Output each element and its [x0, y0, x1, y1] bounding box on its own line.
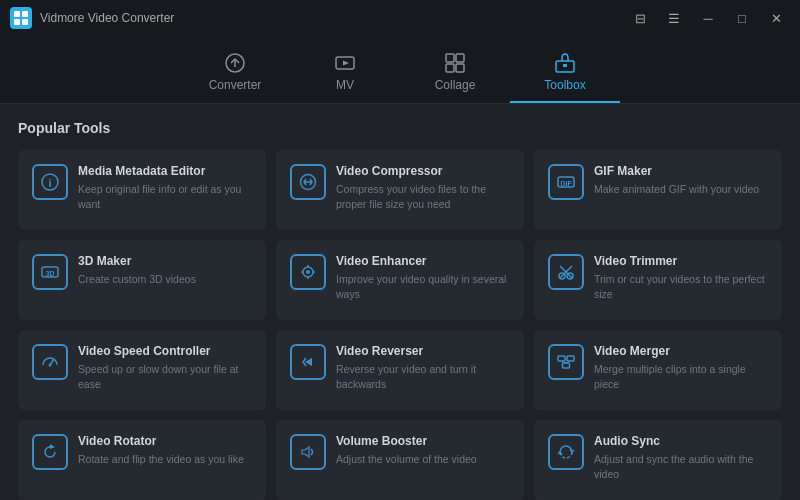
tool-card-video-speed-controller[interactable]: Video Speed Controller Speed up or slow … — [18, 330, 266, 410]
subtitle-button[interactable]: ⊟ — [626, 7, 654, 29]
tool-card-inner: i Media Metadata Editor Keep original fi… — [32, 164, 252, 211]
tab-toolbox-label: Toolbox — [544, 78, 585, 92]
tool-icon-enhancer — [290, 254, 326, 290]
collage-icon — [444, 52, 466, 74]
svg-rect-27 — [567, 356, 574, 361]
titlebar-controls: ⊟ ☰ ─ □ ✕ — [626, 7, 790, 29]
tool-icon-3d: 3D — [32, 254, 68, 290]
tools-grid: i Media Metadata Editor Keep original fi… — [18, 150, 782, 500]
svg-text:GIF: GIF — [560, 180, 572, 187]
tool-card-gif-maker[interactable]: GIF GIF Maker Make animated GIF with you… — [534, 150, 782, 230]
tool-text: GIF Maker Make animated GIF with your vi… — [594, 164, 759, 197]
tool-icon-info: i — [32, 164, 68, 200]
tool-icon-rotate — [32, 434, 68, 470]
tool-desc: Keep original file info or edit as you w… — [78, 182, 252, 211]
tool-desc: Improve your video quality in several wa… — [336, 272, 510, 301]
tab-toolbox[interactable]: Toolbox — [510, 43, 620, 103]
tool-card-3d-maker[interactable]: 3D 3D Maker Create custom 3D videos — [18, 240, 266, 320]
tool-icon-volume — [290, 434, 326, 470]
svg-text:3D: 3D — [46, 270, 55, 277]
section-title: Popular Tools — [18, 120, 782, 136]
svg-rect-3 — [14, 19, 20, 25]
tool-card-inner: Volume Booster Adjust the volume of the … — [290, 434, 510, 470]
tool-desc: Reverse your video and turn it backwards — [336, 362, 510, 391]
tool-icon-trim — [548, 254, 584, 290]
tool-name: Video Compressor — [336, 164, 510, 178]
svg-rect-4 — [22, 19, 28, 25]
nav-tabs: Converter MV Collage — [0, 36, 800, 104]
tool-card-video-reverser[interactable]: Video Reverser Reverse your video and tu… — [276, 330, 524, 410]
tab-mv-label: MV — [336, 78, 354, 92]
svg-rect-26 — [558, 356, 565, 361]
tool-card-volume-booster[interactable]: Volume Booster Adjust the volume of the … — [276, 420, 524, 500]
tool-card-inner: Video Enhancer Improve your video qualit… — [290, 254, 510, 301]
tool-name: Video Reverser — [336, 344, 510, 358]
tool-name: Video Speed Controller — [78, 344, 252, 358]
tool-text: Video Reverser Reverse your video and tu… — [336, 344, 510, 391]
tool-name: Media Metadata Editor — [78, 164, 252, 178]
tool-card-video-compressor[interactable]: Video Compressor Compress your video fil… — [276, 150, 524, 230]
svg-point-25 — [49, 364, 52, 367]
tab-converter-label: Converter — [209, 78, 262, 92]
tool-card-inner: Video Merger Merge multiple clips into a… — [548, 344, 768, 391]
tool-card-video-trimmer[interactable]: Video Trimmer Trim or cut your videos to… — [534, 240, 782, 320]
tool-icon-gif: GIF — [548, 164, 584, 200]
tool-desc: Make animated GIF with your video — [594, 182, 759, 197]
toolbox-icon — [554, 52, 576, 74]
tool-text: 3D Maker Create custom 3D videos — [78, 254, 196, 287]
tool-card-video-merger[interactable]: Video Merger Merge multiple clips into a… — [534, 330, 782, 410]
app-title: Vidmore Video Converter — [40, 11, 174, 25]
app-logo-icon — [10, 7, 32, 29]
tab-converter[interactable]: Converter — [180, 43, 290, 103]
tool-card-audio-sync[interactable]: Audio Sync Adjust and sync the audio wit… — [534, 420, 782, 500]
tool-desc: Compress your video files to the proper … — [336, 182, 510, 211]
titlebar: Vidmore Video Converter ⊟ ☰ ─ □ ✕ — [0, 0, 800, 36]
svg-rect-1 — [14, 11, 20, 17]
minimize-button[interactable]: ─ — [694, 7, 722, 29]
tool-desc: Create custom 3D videos — [78, 272, 196, 287]
titlebar-left: Vidmore Video Converter — [10, 7, 174, 29]
svg-rect-7 — [446, 54, 454, 62]
tool-desc: Adjust and sync the audio with the video — [594, 452, 768, 481]
svg-rect-28 — [563, 363, 570, 368]
tool-card-inner: GIF GIF Maker Make animated GIF with you… — [548, 164, 768, 200]
tool-icon-sync — [548, 434, 584, 470]
tool-name: 3D Maker — [78, 254, 196, 268]
tool-card-video-rotator[interactable]: Video Rotator Rotate and flip the video … — [18, 420, 266, 500]
tool-text: Video Trimmer Trim or cut your videos to… — [594, 254, 768, 301]
tool-icon-compress — [290, 164, 326, 200]
tool-name: Video Rotator — [78, 434, 244, 448]
svg-rect-10 — [456, 64, 464, 72]
maximize-button[interactable]: □ — [728, 7, 756, 29]
tool-name: Video Enhancer — [336, 254, 510, 268]
close-button[interactable]: ✕ — [762, 7, 790, 29]
svg-rect-9 — [446, 64, 454, 72]
tool-desc: Adjust the volume of the video — [336, 452, 477, 467]
tool-card-inner: Video Speed Controller Speed up or slow … — [32, 344, 252, 391]
tool-text: Video Rotator Rotate and flip the video … — [78, 434, 244, 467]
converter-icon — [224, 52, 246, 74]
tool-text: Audio Sync Adjust and sync the audio wit… — [594, 434, 768, 481]
tab-collage[interactable]: Collage — [400, 43, 510, 103]
tool-name: GIF Maker — [594, 164, 759, 178]
tab-collage-label: Collage — [435, 78, 476, 92]
tool-card-inner: 3D 3D Maker Create custom 3D videos — [32, 254, 252, 290]
tool-card-inner: Video Reverser Reverse your video and tu… — [290, 344, 510, 391]
tab-mv[interactable]: MV — [290, 43, 400, 103]
tool-card-video-enhancer[interactable]: Video Enhancer Improve your video qualit… — [276, 240, 524, 320]
svg-rect-12 — [563, 64, 567, 67]
svg-rect-0 — [10, 7, 32, 29]
svg-text:i: i — [48, 177, 51, 189]
tool-text: Video Enhancer Improve your video qualit… — [336, 254, 510, 301]
tool-text: Video Merger Merge multiple clips into a… — [594, 344, 768, 391]
tool-card-inner: Video Trimmer Trim or cut your videos to… — [548, 254, 768, 301]
mv-icon — [334, 52, 356, 74]
main-content: Popular Tools i Media Metadata Editor Ke… — [0, 104, 800, 500]
tool-desc: Rotate and flip the video as you like — [78, 452, 244, 467]
tool-name: Volume Booster — [336, 434, 477, 448]
tool-card-media-metadata-editor[interactable]: i Media Metadata Editor Keep original fi… — [18, 150, 266, 230]
menu-button[interactable]: ☰ — [660, 7, 688, 29]
tool-card-inner: Video Compressor Compress your video fil… — [290, 164, 510, 211]
tool-desc: Speed up or slow down your file at ease — [78, 362, 252, 391]
tool-desc: Trim or cut your videos to the perfect s… — [594, 272, 768, 301]
